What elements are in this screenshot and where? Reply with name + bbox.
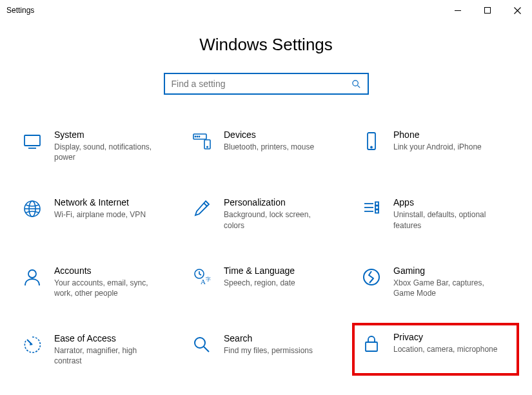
category-text: SystemDisplay, sound, notifications, pow… [54,128,164,162]
category-text: PrivacyLocation, camera, microphone [393,331,497,354]
time-icon: A字 [189,264,215,290]
category-system[interactable]: SystemDisplay, sound, notifications, pow… [18,127,175,164]
category-title: Ease of Access [54,333,164,343]
search-wrapper [0,73,532,95]
category-desc: Xbox Game Bar, captures, Game Mode [393,278,503,298]
svg-line-17 [204,203,207,206]
category-text: Ease of AccessNarrator, magnifier, high … [54,332,164,366]
svg-point-29 [195,338,205,348]
category-text: PersonalizationBackground, lock screen, … [224,196,333,230]
svg-line-30 [204,347,209,352]
category-gaming[interactable]: GamingXbox Game Bar, captures, Game Mode [357,263,514,300]
category-network[interactable]: Network & InternetWi-Fi, airplane mode, … [18,195,175,231]
network-icon [19,196,45,222]
search-input[interactable] [172,79,351,89]
category-text: DevicesBluetooth, printers, mouse [224,128,314,152]
svg-rect-0 [455,10,461,11]
category-title: Accounts [54,265,164,276]
svg-rect-31 [366,342,377,351]
category-desc: Wi-Fi, airplane mode, VPN [54,209,146,220]
category-desc: Location, camera, microphone [393,344,497,354]
svg-point-2 [352,80,357,85]
svg-rect-4 [25,135,40,146]
apps-icon [359,196,384,222]
titlebar: Settings [0,0,532,21]
category-search[interactable]: SearchFind my files, permissions [188,331,344,367]
category-desc: Display, sound, notifications, power [54,142,164,162]
category-phone[interactable]: PhoneLink your Android, iPhone [357,127,514,164]
maximize-button[interactable] [473,0,502,21]
category-accounts[interactable]: AccountsYour accounts, email, sync, work… [18,263,175,300]
svg-rect-1 [485,8,491,14]
category-time[interactable]: A字Time & LanguageSpeech, region, date [188,263,344,300]
category-title: Personalization [224,197,333,207]
category-ease[interactable]: Ease of AccessNarrator, magnifier, high … [18,331,175,367]
personalization-icon [189,196,215,222]
category-desc: Background, lock screen, colors [224,209,333,230]
category-apps[interactable]: AppsUninstall, defaults, optional featur… [357,195,514,231]
header: Windows Settings [0,35,532,55]
category-desc: Link your Android, iPhone [393,142,482,152]
category-desc: Narrator, magnifier, high contrast [54,345,164,366]
svg-rect-23 [375,210,379,213]
category-devices[interactable]: DevicesBluetooth, printers, mouse [188,127,344,164]
category-title: Time & Language [224,265,295,276]
minimize-button[interactable] [443,0,473,21]
search-box[interactable] [164,73,369,95]
category-desc: Speech, region, date [224,278,295,288]
page-title: Windows Settings [0,35,532,55]
svg-point-11 [207,146,208,148]
category-text: Network & InternetWi-Fi, airplane mode, … [54,196,146,220]
gaming-icon [359,264,384,290]
category-desc: Your accounts, email, sync, work, other … [54,278,164,298]
category-desc: Find my files, permissions [224,345,313,356]
svg-point-24 [28,270,36,278]
svg-point-13 [371,147,372,148]
category-title: Privacy [393,332,497,342]
search-icon [351,79,361,89]
svg-rect-22 [375,206,379,209]
category-title: Search [224,333,313,343]
phone-icon [359,128,384,154]
svg-point-9 [199,136,199,137]
svg-point-7 [195,136,195,137]
ease-icon [19,332,45,358]
category-title: Network & Internet [54,197,146,207]
category-text: AppsUninstall, defaults, optional featur… [393,196,503,230]
category-personalization[interactable]: PersonalizationBackground, lock screen, … [188,195,344,231]
category-text: GamingXbox Game Bar, captures, Game Mode [393,264,503,298]
categories-grid: SystemDisplay, sound, notifications, pow… [0,127,532,368]
category-title: Gaming [393,265,503,276]
window-controls [443,0,532,21]
category-text: SearchFind my files, permissions [224,332,313,356]
category-title: Apps [393,197,503,207]
category-text: Time & LanguageSpeech, region, date [224,264,295,288]
category-privacy[interactable]: PrivacyLocation, camera, microphone [353,324,518,374]
svg-line-3 [357,85,360,88]
accounts-icon [19,264,45,290]
category-title: System [54,130,164,140]
category-text: PhoneLink your Android, iPhone [393,128,482,152]
category-title: Phone [393,130,482,140]
category-desc: Bluetooth, printers, mouse [224,142,314,152]
svg-text:字: 字 [206,276,211,282]
category-title: Devices [224,130,314,140]
category-text: AccountsYour accounts, email, sync, work… [54,264,164,298]
search-icon [189,332,215,358]
system-icon [19,128,45,154]
devices-icon [189,128,215,154]
close-button[interactable] [502,0,532,21]
svg-point-8 [197,136,197,137]
svg-text:A: A [201,278,206,285]
category-desc: Uninstall, defaults, optional features [393,209,503,230]
svg-rect-21 [375,202,379,206]
privacy-icon [359,331,384,356]
window-title: Settings [6,6,443,15]
